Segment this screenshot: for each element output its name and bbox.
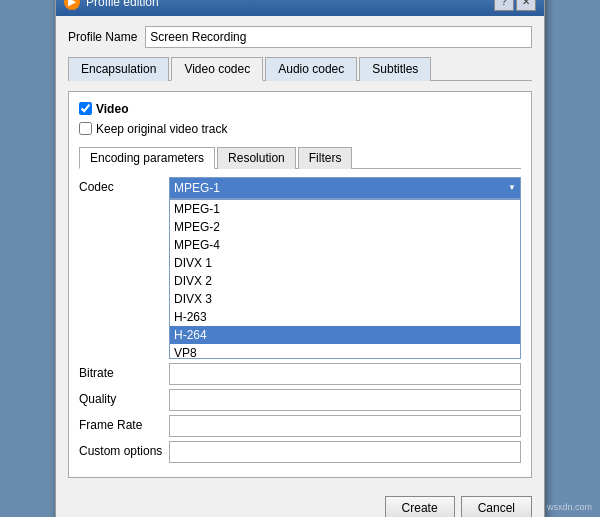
codec-option-divx1[interactable]: DIVX 1 — [170, 254, 520, 272]
codec-value-container: MPEG-1 MPEG-1 MPEG-2 MPEG-4 DIVX 1 DIVX … — [169, 177, 521, 359]
codec-option-mpeg4[interactable]: MPEG-4 — [170, 236, 520, 254]
quality-row: Quality — [79, 389, 521, 411]
codec-option-vp8[interactable]: VP8 — [170, 344, 520, 359]
custom-options-label: Custom options — [79, 441, 169, 458]
codec-option-h263[interactable]: H-263 — [170, 308, 520, 326]
custom-options-value-container — [169, 441, 521, 463]
codec-label: Codec — [79, 177, 169, 194]
tab-encapsulation[interactable]: Encapsulation — [68, 57, 169, 81]
dialog-title: Profile edition — [86, 0, 159, 9]
inner-tab-filters[interactable]: Filters — [298, 147, 353, 169]
framerate-input[interactable] — [169, 415, 521, 437]
bitrate-row: Bitrate — [79, 363, 521, 385]
codec-row: Codec MPEG-1 MPEG-1 MPEG-2 MPEG-4 DIVX 1 — [79, 177, 521, 359]
video-checkbox-label: Video — [96, 102, 128, 116]
bitrate-input[interactable] — [169, 363, 521, 385]
tab-video-codec[interactable]: Video codec — [171, 57, 263, 81]
create-button[interactable]: Create — [385, 496, 455, 518]
framerate-row: Frame Rate — [79, 415, 521, 437]
bitrate-value-container — [169, 363, 521, 385]
close-button[interactable]: ✕ — [516, 0, 536, 11]
codec-option-divx2[interactable]: DIVX 2 — [170, 272, 520, 290]
video-checkbox[interactable] — [79, 102, 92, 115]
bitrate-label: Bitrate — [79, 363, 169, 380]
profile-name-row: Profile Name — [68, 26, 532, 48]
bottom-buttons: Create Cancel — [56, 488, 544, 518]
encoding-parameters-section: Codec MPEG-1 MPEG-1 MPEG-2 MPEG-4 DIVX 1 — [79, 177, 521, 467]
codec-container: MPEG-1 MPEG-1 MPEG-2 MPEG-4 DIVX 1 DIVX … — [169, 177, 521, 359]
codec-option-mpeg2[interactable]: MPEG-2 — [170, 218, 520, 236]
keep-original-label: Keep original video track — [96, 122, 227, 136]
quality-input[interactable] — [169, 389, 521, 411]
inner-tab-resolution[interactable]: Resolution — [217, 147, 296, 169]
vlc-icon: ▶ — [64, 0, 80, 10]
profile-name-label: Profile Name — [68, 30, 137, 44]
video-checkbox-row: Video — [79, 102, 521, 116]
framerate-label: Frame Rate — [79, 415, 169, 432]
codec-option-divx3[interactable]: DIVX 3 — [170, 290, 520, 308]
codec-dropdown-list: MPEG-1 MPEG-2 MPEG-4 DIVX 1 DIVX 2 DIVX … — [169, 199, 521, 359]
codec-option-h264[interactable]: H-264 — [170, 326, 520, 344]
quality-label: Quality — [79, 389, 169, 406]
inner-tab-encoding[interactable]: Encoding parameters — [79, 147, 215, 169]
title-bar-left: ▶ Profile edition — [64, 0, 159, 10]
tab-subtitles[interactable]: Subtitles — [359, 57, 431, 81]
framerate-value-container — [169, 415, 521, 437]
tab-audio-codec[interactable]: Audio codec — [265, 57, 357, 81]
profile-name-input[interactable] — [145, 26, 532, 48]
title-bar: ▶ Profile edition ? ✕ — [56, 0, 544, 16]
custom-options-input[interactable] — [169, 441, 521, 463]
tab-content-video-codec: Video Keep original video track Encoding… — [68, 91, 532, 478]
custom-options-row: Custom options — [79, 441, 521, 463]
codec-option-mpeg1[interactable]: MPEG-1 — [170, 200, 520, 218]
dialog-body: Profile Name Encapsulation Video codec A… — [56, 16, 544, 488]
keep-original-row: Keep original video track — [79, 122, 521, 136]
main-tabs-row: Encapsulation Video codec Audio codec Su… — [68, 56, 532, 81]
inner-tabs-row: Encoding parameters Resolution Filters — [79, 146, 521, 169]
profile-edition-dialog: ▶ Profile edition ? ✕ Profile Name Encap… — [55, 0, 545, 517]
keep-original-checkbox[interactable] — [79, 122, 92, 135]
codec-dropdown-header[interactable]: MPEG-1 — [169, 177, 521, 199]
codec-selected-label: MPEG-1 — [174, 181, 220, 195]
quality-value-container — [169, 389, 521, 411]
title-buttons: ? ✕ — [494, 0, 536, 11]
watermark: wsxdn.com — [547, 502, 592, 512]
help-button[interactable]: ? — [494, 0, 514, 11]
cancel-button[interactable]: Cancel — [461, 496, 532, 518]
